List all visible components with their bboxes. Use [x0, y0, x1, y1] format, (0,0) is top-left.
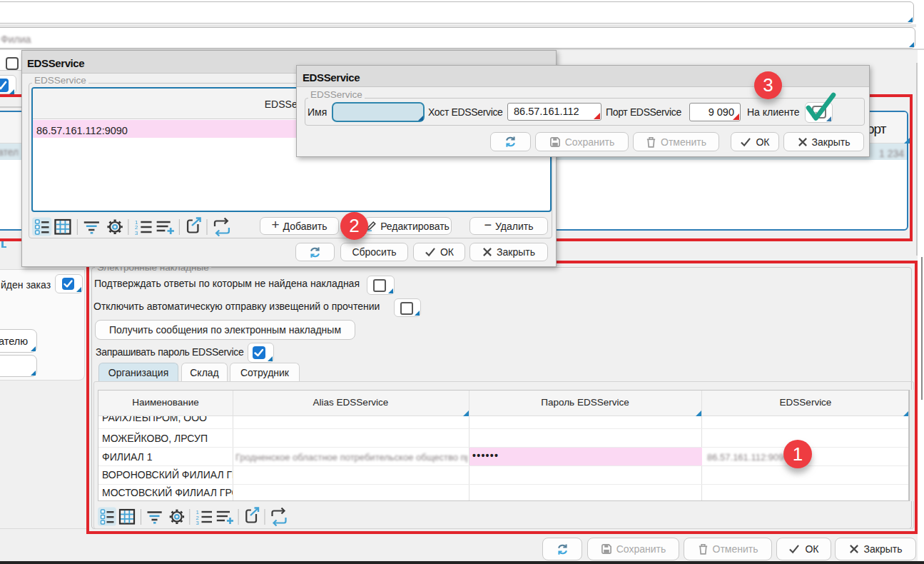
svg-text:3: 3	[134, 230, 137, 236]
